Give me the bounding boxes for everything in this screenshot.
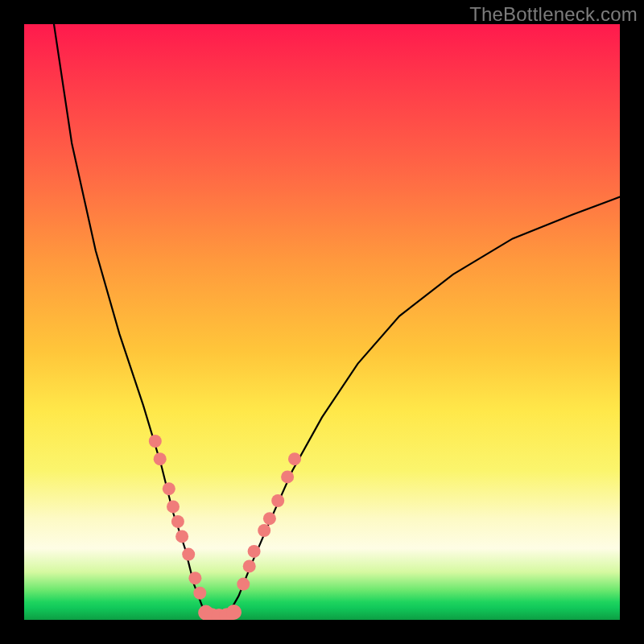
- data-point: [182, 548, 195, 561]
- watermark-text: TheBottleneck.com: [469, 3, 638, 26]
- data-point: [248, 545, 261, 558]
- data-point: [288, 452, 301, 465]
- data-point: [193, 587, 206, 600]
- data-point: [171, 515, 184, 528]
- data-point: [175, 530, 188, 543]
- data-point: [263, 512, 276, 525]
- data-point: [237, 578, 250, 591]
- data-point: [167, 500, 180, 513]
- curve-left: [54, 24, 208, 617]
- data-point: [163, 482, 175, 495]
- chart-dots: [149, 435, 301, 620]
- curve-right: [227, 197, 620, 617]
- data-point: [281, 470, 294, 483]
- data-point: [149, 435, 162, 448]
- data-point: [243, 559, 256, 572]
- data-point: [188, 572, 201, 584]
- chart-frame: TheBottleneck.com: [0, 0, 644, 644]
- data-point: [226, 605, 242, 620]
- chart-svg: [24, 24, 620, 620]
- data-point: [154, 452, 167, 465]
- plot-area: [24, 24, 620, 620]
- data-point: [258, 524, 270, 537]
- data-point: [271, 494, 284, 507]
